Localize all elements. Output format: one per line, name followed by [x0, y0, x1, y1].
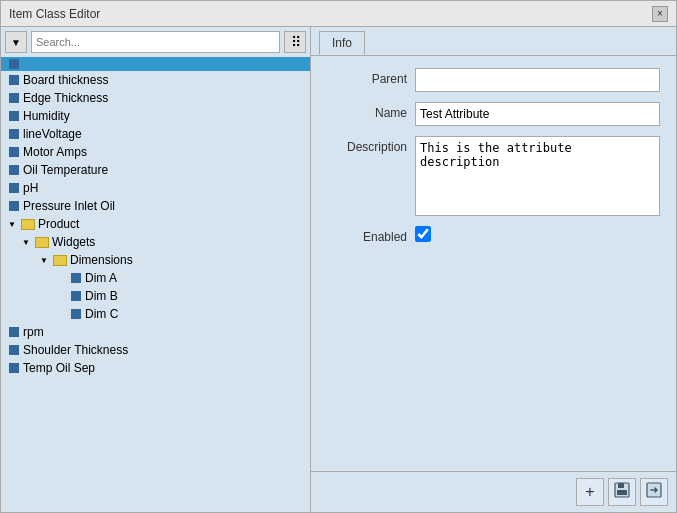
- form-area: Parent Name Description This is the attr…: [311, 56, 676, 471]
- search-input[interactable]: [31, 31, 280, 53]
- name-label: Name: [327, 102, 407, 120]
- tree-item-label: Edge Thickness: [23, 91, 108, 105]
- main-window: Item Class Editor × ▼ ⠿: [0, 0, 677, 513]
- tree-item-widgets[interactable]: ▼ Widgets: [1, 233, 310, 251]
- svg-rect-1: [618, 483, 624, 488]
- tree-item-dim-c[interactable]: Dim C: [1, 305, 310, 323]
- form-row-parent: Parent: [327, 68, 660, 92]
- tab-info[interactable]: Info: [319, 31, 365, 55]
- tree-item-label: rpm: [23, 325, 44, 339]
- item-icon: [9, 147, 19, 157]
- search-options-icon: ⠿: [291, 34, 300, 50]
- item-icon: [9, 129, 19, 139]
- tree-item-label: pH: [23, 181, 38, 195]
- save-icon: [613, 481, 631, 503]
- enabled-label: Enabled: [327, 226, 407, 244]
- tree-item-label: Board thickness: [23, 73, 108, 87]
- tree-item-label: Product: [38, 217, 79, 231]
- parent-input[interactable]: [415, 68, 660, 92]
- tree-item-label: Widgets: [52, 235, 95, 249]
- tree-item-label: Dim B: [85, 289, 118, 303]
- tree-item-motor-amps[interactable]: Motor Amps: [1, 143, 310, 161]
- folder-icon: [21, 219, 35, 230]
- folder-icon: [53, 255, 67, 266]
- tree-container[interactable]: Board thickness Edge Thickness Humidity: [1, 57, 310, 512]
- search-options-button[interactable]: ⠿: [284, 31, 306, 53]
- add-icon: +: [585, 483, 594, 501]
- name-input[interactable]: [415, 102, 660, 126]
- tree-item-temp-oil-sep[interactable]: Temp Oil Sep: [1, 359, 310, 377]
- tree-item-humidity[interactable]: Humidity: [1, 107, 310, 125]
- form-row-enabled: Enabled: [327, 226, 660, 244]
- tree-item-ph[interactable]: pH: [1, 179, 310, 197]
- tree-item-root-selected[interactable]: [1, 57, 310, 71]
- description-label: Description: [327, 136, 407, 154]
- tree-item-dim-b[interactable]: Dim B: [1, 287, 310, 305]
- item-icon: [9, 165, 19, 175]
- item-icon: [9, 363, 19, 373]
- item-icon: [9, 75, 19, 85]
- tree-item-label: Motor Amps: [23, 145, 87, 159]
- left-panel: ▼ ⠿ Board thickness: [1, 27, 311, 512]
- tree-item-label: Dimensions: [70, 253, 133, 267]
- search-bar: ▼ ⠿: [1, 27, 310, 57]
- enabled-checkbox-wrapper: [415, 226, 431, 242]
- tree-item-oil-temperature[interactable]: Oil Temperature: [1, 161, 310, 179]
- item-icon: [9, 201, 19, 211]
- tree-item-label: lineVoltage: [23, 127, 82, 141]
- dropdown-arrow-icon: ▼: [11, 37, 21, 48]
- tree-item-label: Dim C: [85, 307, 118, 321]
- tree-item-label: Dim A: [85, 271, 117, 285]
- expand-icon: ▼: [37, 256, 51, 265]
- parent-label: Parent: [327, 68, 407, 86]
- tree-item-label: Temp Oil Sep: [23, 361, 95, 375]
- tree-item-dimensions[interactable]: ▼ Dimensions: [1, 251, 310, 269]
- item-icon: [9, 93, 19, 103]
- item-icon: [9, 59, 19, 69]
- tree-item-rpm[interactable]: rpm: [1, 323, 310, 341]
- tabs-bar: Info: [311, 27, 676, 56]
- search-dropdown-button[interactable]: ▼: [5, 31, 27, 53]
- item-icon: [71, 273, 81, 283]
- item-icon: [9, 327, 19, 337]
- tree-item-pressure-inlet-oil[interactable]: Pressure Inlet Oil: [1, 197, 310, 215]
- tree-item-shoulder-thickness[interactable]: Shoulder Thickness: [1, 341, 310, 359]
- tree-item-line-voltage[interactable]: lineVoltage: [1, 125, 310, 143]
- tree-item-edge-thickness[interactable]: Edge Thickness: [1, 89, 310, 107]
- save-button[interactable]: [608, 478, 636, 506]
- tree-item-board-thickness[interactable]: Board thickness: [1, 71, 310, 89]
- exit-button[interactable]: [640, 478, 668, 506]
- tree-item-label: Oil Temperature: [23, 163, 108, 177]
- form-row-name: Name: [327, 102, 660, 126]
- expand-icon: ▼: [5, 220, 19, 229]
- tree-item-label: Humidity: [23, 109, 70, 123]
- item-icon: [71, 309, 81, 319]
- title-bar: Item Class Editor ×: [1, 1, 676, 27]
- enabled-checkbox[interactable]: [415, 226, 431, 242]
- tree-item-label: Pressure Inlet Oil: [23, 199, 115, 213]
- item-icon: [9, 111, 19, 121]
- bottom-toolbar: +: [311, 471, 676, 512]
- form-row-description: Description This is the attribute descri…: [327, 136, 660, 216]
- main-content: ▼ ⠿ Board thickness: [1, 27, 676, 512]
- tree-item-dim-a[interactable]: Dim A: [1, 269, 310, 287]
- window-title: Item Class Editor: [9, 7, 100, 21]
- right-panel: Info Parent Name Description Thi: [311, 27, 676, 512]
- add-button[interactable]: +: [576, 478, 604, 506]
- item-icon: [9, 345, 19, 355]
- description-textarea[interactable]: This is the attribute description: [415, 136, 660, 216]
- expand-icon: ▼: [19, 238, 33, 247]
- exit-icon: [645, 481, 663, 503]
- folder-icon: [35, 237, 49, 248]
- item-icon: [9, 183, 19, 193]
- close-button[interactable]: ×: [652, 6, 668, 22]
- tree-item-label: Shoulder Thickness: [23, 343, 128, 357]
- tree-item-product[interactable]: ▼ Product: [1, 215, 310, 233]
- svg-rect-2: [617, 490, 627, 495]
- item-icon: [71, 291, 81, 301]
